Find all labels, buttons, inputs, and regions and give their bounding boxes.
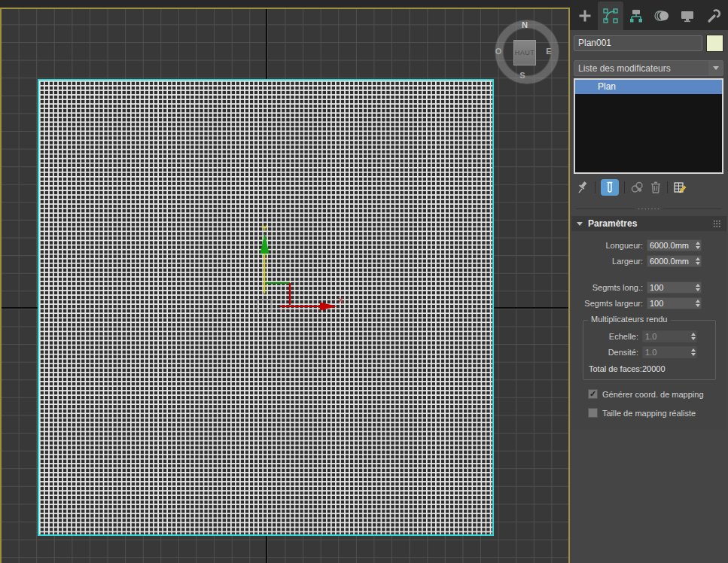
width-segs-spinner[interactable]: [693, 300, 702, 307]
width-label: Largeur:: [612, 257, 643, 266]
tab-modify[interactable]: [598, 2, 623, 30]
generate-mapping-checkbox[interactable]: ✓: [588, 389, 598, 399]
realworld-mapping-label: Taille de mapping réaliste: [602, 409, 696, 418]
plus-icon: [577, 8, 593, 24]
width-segs-value[interactable]: 100: [647, 299, 693, 308]
length-segs-label: Segmts long.:: [592, 283, 643, 292]
width-value[interactable]: 6000.0mm: [647, 257, 693, 266]
length-segs-value[interactable]: 100: [647, 283, 693, 292]
generate-mapping-row: ✓ Générer coord. de mapping: [588, 389, 726, 399]
tab-create[interactable]: [572, 2, 598, 30]
tab-display[interactable]: [675, 2, 700, 30]
stack-toolbar: [576, 177, 728, 198]
move-gizmo[interactable]: Y X: [252, 221, 358, 322]
realworld-mapping-row: Taille de mapping réaliste: [588, 408, 726, 418]
width-segs-field[interactable]: 100: [647, 297, 702, 309]
viewcube-compass[interactable]: HAUT N E S O: [483, 13, 568, 97]
modifier-list-dropdown[interactable]: Liste des modificateurs: [574, 60, 723, 76]
tab-utilities[interactable]: [700, 2, 726, 30]
parameters-rollout: Paramètres Longueur: 6000.0mm Largeur: 6…: [571, 216, 726, 430]
width-segs-row: Segmts largeur: 100: [571, 297, 702, 309]
density-label: Densité:: [608, 348, 638, 357]
viewcube-top-face[interactable]: HAUT: [513, 40, 536, 65]
parameters-rollout-header[interactable]: Paramètres: [571, 216, 726, 231]
gizmo-x-label: X: [338, 296, 344, 305]
make-unique-icon: [630, 181, 644, 194]
toolbar-separator: [667, 181, 668, 193]
gizmo-x-arrowhead[interactable]: [320, 303, 337, 311]
rollout-expand-icon: [577, 222, 583, 226]
viewport-area: Y X HAUT N E S O: [0, 0, 570, 563]
toolbar-separator: [595, 181, 595, 193]
render-multipliers-title: Multiplicateurs rendu: [588, 315, 671, 324]
pin-icon: [576, 181, 589, 194]
density-value[interactable]: 1.0: [642, 348, 689, 357]
panel-resize-grip[interactable]: ·······: [576, 204, 722, 213]
compass-east[interactable]: E: [546, 47, 551, 56]
width-segs-label: Segmts largeur:: [584, 299, 643, 308]
home-grid: Y X HAUT N E S O: [2, 9, 568, 563]
length-segs-row: Segmts long.: 100: [571, 281, 702, 294]
compass-west[interactable]: O: [495, 47, 502, 56]
length-segs-spinner[interactable]: [693, 284, 702, 291]
wrench-icon: [705, 8, 721, 24]
stack-item-plan[interactable]: Plan: [575, 80, 722, 94]
density-row: Densité: 1.0: [583, 345, 697, 358]
rollout-title: Paramètres: [588, 218, 713, 229]
realworld-mapping-checkbox[interactable]: [588, 408, 598, 418]
compass-north[interactable]: N: [522, 20, 528, 29]
top-viewport[interactable]: Y X HAUT N E S O: [0, 8, 570, 563]
hierarchy-icon: [628, 8, 644, 24]
modifier-list-arrow-button[interactable]: [708, 61, 723, 75]
total-faces-text: Total de faces:20000: [583, 361, 715, 376]
make-unique-button[interactable]: [630, 181, 644, 194]
render-multipliers-group: Multiplicateurs rendu Echelle: 1.0 Densi…: [583, 320, 716, 380]
length-label: Longueur:: [605, 241, 643, 250]
compass-south[interactable]: S: [519, 71, 525, 80]
density-field[interactable]: 1.0: [642, 346, 697, 358]
width-field[interactable]: 6000.0mm: [647, 255, 702, 267]
configure-modifier-sets-button[interactable]: [673, 181, 687, 194]
command-panel: Plan001 Liste des modificateurs Plan: [570, 0, 728, 563]
scale-value[interactable]: 1.0: [642, 332, 689, 341]
scale-field[interactable]: 1.0: [642, 330, 697, 342]
density-spinner[interactable]: [689, 348, 697, 356]
width-row: Largeur: 6000.0mm: [571, 254, 702, 267]
modify-bezier-icon: [602, 8, 619, 24]
command-panel-tabs: [570, 0, 728, 30]
length-row: Longueur: 6000.0mm: [571, 239, 702, 251]
modifier-stack[interactable]: Plan: [574, 78, 723, 174]
width-spinner[interactable]: [693, 257, 702, 265]
generate-mapping-label: Générer coord. de mapping: [602, 390, 704, 399]
toolbar-separator: [624, 181, 625, 193]
length-segs-field[interactable]: 100: [647, 282, 702, 294]
gizmo-origin-box: [257, 300, 271, 312]
length-field[interactable]: 6000.0mm: [647, 239, 702, 251]
scale-row: Echelle: 1.0: [583, 330, 697, 342]
gizmo-y-arrowhead[interactable]: [260, 233, 270, 254]
remove-modifier-button[interactable]: [650, 181, 662, 194]
tab-motion[interactable]: [649, 2, 675, 30]
length-value[interactable]: 6000.0mm: [647, 241, 693, 250]
rollout-drag-grip-icon[interactable]: [713, 220, 721, 227]
scale-spinner[interactable]: [689, 333, 697, 340]
grip-dots-icon: ·······: [635, 205, 663, 213]
monitor-icon: [679, 8, 696, 24]
show-end-result-button[interactable]: [601, 179, 619, 196]
object-name-field[interactable]: Plan001: [574, 35, 702, 51]
gizmo-y-label: Y: [262, 224, 268, 233]
object-color-swatch[interactable]: [706, 35, 723, 52]
test-tube-icon: [605, 181, 615, 193]
configure-sets-icon: [673, 181, 687, 194]
pin-stack-button[interactable]: [576, 181, 589, 194]
motion-circles-icon: [653, 8, 670, 24]
chevron-down-icon: [713, 66, 719, 70]
scale-label: Echelle:: [609, 332, 638, 341]
length-spinner[interactable]: [693, 242, 702, 249]
trash-icon: [650, 181, 662, 194]
modifier-list-label: Liste des modificateurs: [574, 63, 708, 74]
tab-hierarchy[interactable]: [623, 2, 649, 30]
